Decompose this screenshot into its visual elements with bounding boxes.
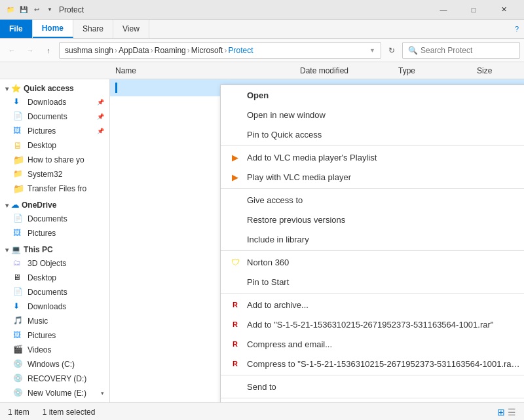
sidebar-item-pc-documents[interactable]: 📄 Documents [0, 285, 109, 299]
save-icon: 💾 [18, 5, 29, 15]
od-documents-icon: 📄 [13, 214, 24, 224]
sidebar-how-to-label: How to share yo [28, 155, 84, 164]
sidebar-item-system32[interactable]: 📁 System32 [0, 167, 109, 181]
ctx-add-archive[interactable]: R Add to archive... [221, 295, 524, 315]
tab-view[interactable]: View [113, 20, 149, 38]
ctx-sep-6 [221, 398, 524, 398]
sidebar-item-od-pictures[interactable]: 🖼 Pictures [0, 226, 109, 240]
col-header-date[interactable]: Date modified [295, 66, 393, 75]
sidebar-item-music[interactable]: 🎵 Music [0, 314, 109, 328]
sidebar-item-new-volume-e[interactable]: 💿 New Volume (E:) ▾ [0, 386, 109, 400]
search-box[interactable]: 🔍 [402, 42, 520, 59]
sidebar-section-this-pc: ▾ 💻 This PC 🗂 3D Objects 🖥 Desktop 📄 Doc… [0, 243, 109, 400]
search-icon: 🔍 [408, 46, 418, 55]
quick-access-header[interactable]: ▾ ⭐ Quick access [0, 82, 109, 95]
ctx-pin-quick-access[interactable]: Pin to Quick access [221, 124, 524, 144]
back-button[interactable]: ← [4, 43, 20, 58]
sidebar-item-transfer[interactable]: 📁 Transfer Files fro [0, 181, 109, 196]
up-button[interactable]: ↑ [41, 43, 56, 58]
sidebar-item-desktop[interactable]: 🖥 Desktop [0, 138, 109, 153]
tab-home[interactable]: Home [33, 20, 73, 38]
window-title: Protect [59, 5, 84, 14]
sidebar-pictures-label: Pictures [28, 126, 56, 136]
ctx-include-library[interactable]: Include in library › [221, 229, 524, 249]
onedrive-label: OneDrive [22, 200, 56, 210]
ctx-pin-icon [229, 128, 242, 141]
ctx-give-access[interactable]: Give access to › [221, 190, 524, 210]
pictures-pin-icon: 📌 [97, 128, 104, 134]
ctx-compress-email[interactable]: R Compress and email... [221, 334, 524, 354]
ctx-vlc-playlist[interactable]: ▶ Add to VLC media player's Playlist [221, 147, 524, 167]
ctx-send-to[interactable]: Send to › [221, 377, 524, 396]
tab-share[interactable]: Share [73, 20, 113, 38]
ctx-pin-start[interactable]: Pin to Start [221, 272, 524, 292]
path-item-protect: Protect [228, 46, 253, 55]
sidebar-item-3d-objects[interactable]: 🗂 3D Objects [0, 256, 109, 271]
sidebar-section-onedrive: ▾ ☁ OneDrive 📄 Documents 🖼 Pictures [0, 199, 109, 240]
search-input[interactable] [421, 46, 514, 55]
path-item-roaming[interactable]: Roaming [155, 46, 186, 55]
sidebar-item-pictures[interactable]: 🖼 Pictures 📌 [0, 124, 109, 138]
sidebar-item-windows-c[interactable]: 💿 Windows (C:) [0, 357, 109, 372]
ctx-sep-2 [221, 188, 524, 189]
ctx-norton-label: Norton 360 [247, 258, 289, 267]
path-separator-1: › [115, 46, 117, 55]
window-controls: — □ ✕ [428, 0, 519, 20]
ctx-rar-icon-2: R [229, 318, 242, 331]
minimize-button[interactable]: — [428, 0, 458, 20]
onedrive-header[interactable]: ▾ ☁ OneDrive [0, 199, 109, 212]
ctx-norton[interactable]: 🛡 Norton 360 › [221, 252, 524, 272]
col-header-name[interactable]: Name [110, 66, 295, 75]
ctx-add-rar[interactable]: R Add to "S-1-5-21-1536310215-2671952373… [221, 315, 524, 334]
sidebar-item-videos[interactable]: 🎬 Videos [0, 343, 109, 357]
sidebar-item-pc-pictures[interactable]: 🖼 Pictures [0, 328, 109, 343]
forward-button[interactable]: → [22, 43, 38, 58]
sidebar-item-downloads[interactable]: ⬇ Downloads 📌 [0, 95, 109, 109]
main-layout: ▾ ⭐ Quick access ⬇ Downloads 📌 📄 Documen… [0, 79, 524, 402]
refresh-button[interactable]: ↻ [384, 43, 400, 58]
ctx-restore-label: Restore previous versions [247, 215, 345, 225]
documents-pin-icon: 📌 [97, 113, 104, 120]
tab-file[interactable]: File [0, 20, 33, 38]
view-icon-2[interactable]: ☰ [508, 407, 516, 417]
help-icon[interactable]: ? [515, 25, 519, 33]
sidebar-item-recovery-d[interactable]: 💿 RECOVERY (D:) [0, 372, 109, 386]
music-icon: 🎵 [13, 316, 24, 326]
path-item-microsoft[interactable]: Microsoft [191, 46, 223, 55]
sidebar-item-od-documents[interactable]: 📄 Documents [0, 212, 109, 226]
sidebar-item-pc-desktop[interactable]: 🖥 Desktop [0, 271, 109, 285]
ctx-cut[interactable]: Cut [221, 400, 524, 402]
maximize-button[interactable]: □ [458, 0, 489, 20]
ctx-pin-label: Pin to Quick access [247, 130, 322, 140]
videos-icon: 🎬 [13, 345, 24, 355]
view-icon-1[interactable]: ⊞ [497, 407, 505, 417]
ctx-vlc-play[interactable]: ▶ Play with VLC media player [221, 167, 524, 187]
ctx-sep-4 [221, 293, 524, 294]
sidebar-item-how-to[interactable]: 📁 How to share yo [0, 153, 109, 167]
quick-access-chevron: ▾ [5, 85, 9, 92]
ctx-open-new-window[interactable]: Open in new window [221, 105, 524, 124]
sidebar-item-documents[interactable]: 📄 Documents 📌 [0, 109, 109, 124]
title-bar-app-icons: 📁 💾 ↩ ▼ [5, 5, 55, 15]
col-header-size[interactable]: Size [472, 66, 524, 75]
this-pc-icon: 💻 [11, 245, 21, 254]
ctx-restore-versions[interactable]: Restore previous versions [221, 210, 524, 229]
sidebar-item-pc-downloads[interactable]: ⬇ Downloads [0, 299, 109, 314]
sidebar-pc-pictures-label: Pictures [28, 331, 56, 340]
ctx-compress-rar-email[interactable]: R Compress to "S-1-5-21-1536310215-26719… [221, 354, 524, 373]
dropdown-icon[interactable]: ▼ [45, 5, 55, 15]
ctx-library-icon [229, 233, 242, 246]
address-path[interactable]: sushma singh › AppData › Roaming › Micro… [59, 42, 381, 59]
ctx-restore-icon [229, 213, 242, 226]
onedrive-chevron: ▾ [5, 202, 9, 209]
col-header-type[interactable]: Type [393, 66, 472, 75]
3d-icon: 🗂 [13, 258, 24, 269]
windows-c-icon: 💿 [13, 359, 24, 370]
path-item-appdata[interactable]: AppData [119, 46, 149, 55]
path-item-sushma[interactable]: sushma singh [65, 46, 113, 55]
close-button[interactable]: ✕ [489, 0, 519, 20]
this-pc-header[interactable]: ▾ 💻 This PC [0, 243, 109, 256]
title-bar: 📁 💾 ↩ ▼ Protect — □ ✕ [0, 0, 524, 20]
ctx-open[interactable]: Open [221, 85, 524, 105]
path-dropdown-icon[interactable]: ▼ [369, 47, 375, 54]
